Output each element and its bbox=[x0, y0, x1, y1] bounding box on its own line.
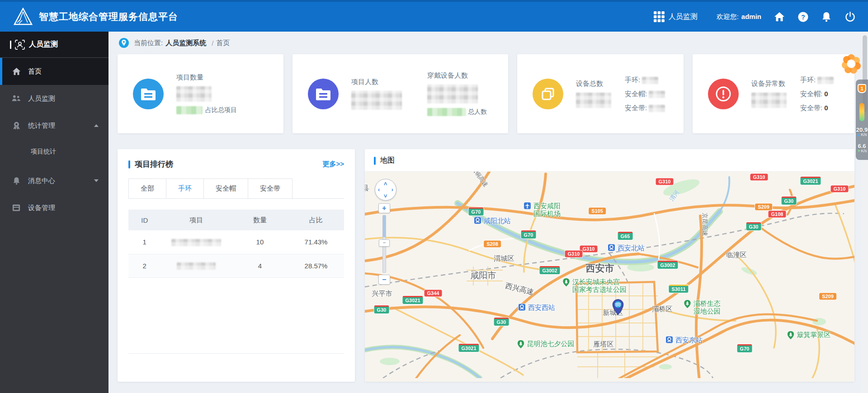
cell-project bbox=[161, 230, 232, 254]
map-road-badge: G310 bbox=[750, 174, 768, 181]
sidebar-item-device-management[interactable]: 设备管理 bbox=[0, 194, 108, 221]
censored-percent-badge bbox=[427, 108, 466, 116]
map-poi-park[interactable]: 灞桥生态湿地公园 bbox=[684, 299, 721, 315]
map-road-badge: G108 bbox=[769, 211, 786, 218]
map-road-badge: G3021 bbox=[800, 177, 821, 185]
map-poi-station[interactable]: 西安东站 bbox=[665, 336, 703, 346]
sidebar-title: 人员监测 bbox=[29, 40, 58, 49]
speed-panel[interactable]: 1 20.9 ▲K/s 6.6 ▼K/s bbox=[856, 80, 868, 160]
map-location-pin[interactable] bbox=[612, 299, 624, 317]
map-city-label: 临潼区 bbox=[726, 251, 747, 259]
censored-project-name bbox=[171, 239, 221, 246]
sidebar-item-message-center[interactable]: 消息中心 bbox=[0, 167, 108, 194]
pan-right-icon[interactable]: › bbox=[392, 186, 393, 193]
zoom-in-button[interactable]: + bbox=[378, 203, 390, 213]
person-monitor-icon bbox=[15, 40, 25, 50]
bell-icon bbox=[821, 12, 831, 22]
help-button[interactable]: ? bbox=[797, 11, 808, 22]
device-row-label: 安全帽: bbox=[800, 90, 822, 98]
folder-icon bbox=[133, 79, 164, 109]
map-pan-control[interactable]: ˄ ˅ ‹ › bbox=[375, 179, 396, 201]
map-poi-park[interactable]: 汉长安城未央宫国家考古遗址公园 bbox=[562, 278, 627, 293]
device-row-label: 安全帽: bbox=[625, 90, 647, 98]
table-row[interactable]: 1 10 71.43% bbox=[128, 230, 344, 254]
map-poi-station[interactable]: 西安西站 bbox=[518, 304, 555, 313]
zoom-out-button[interactable]: − bbox=[378, 275, 390, 285]
pan-left-icon[interactable]: ‹ bbox=[378, 186, 380, 193]
home-icon bbox=[12, 67, 21, 76]
map-poi-airport[interactable]: 西安咸阳国际机场 bbox=[524, 202, 561, 217]
map-road-badge: S209 bbox=[755, 204, 772, 211]
stat-label: 项目人数 bbox=[351, 78, 402, 86]
station-icon bbox=[474, 217, 481, 226]
app-switcher-label: 人员监测 bbox=[669, 12, 698, 22]
map-poi-park[interactable]: 昆明池七夕公园 bbox=[517, 340, 575, 351]
logout-button[interactable] bbox=[844, 11, 855, 22]
tab-all[interactable]: 全部 bbox=[128, 178, 166, 198]
stat-badge-suffix: 占比总项目 bbox=[205, 106, 237, 114]
map-city-label: 灞桥区 bbox=[652, 305, 673, 313]
map-road-badge: G70 bbox=[737, 344, 752, 352]
upload-speed: 20.9 ▲K/s bbox=[856, 127, 868, 137]
station-icon bbox=[518, 304, 526, 313]
map-road-badge: G30 bbox=[782, 196, 797, 205]
sidebar-item-label: 统计管理 bbox=[28, 122, 55, 130]
main-content: 当前位置: 人员监测系统 / 首页 项目数量 占比总项目 项目 bbox=[108, 32, 862, 393]
map-city-label: 渭城区 bbox=[494, 254, 514, 263]
map-poi-station[interactable]: 咸阳北站 bbox=[474, 217, 511, 226]
censored-value bbox=[817, 77, 834, 84]
more-link[interactable]: 更多>> bbox=[322, 160, 344, 168]
map-road-badge: G65 bbox=[618, 232, 633, 240]
breadcrumb-system[interactable]: 人员监测系统 bbox=[165, 39, 206, 47]
notification-button[interactable] bbox=[821, 11, 832, 22]
ranking-table: ID 项目 数量 占比 1 10 71.43% 2 bbox=[128, 210, 344, 278]
map-road-badge: G3002 bbox=[657, 261, 678, 269]
map-canvas[interactable]: 咸阳市西安市渭城区兴平市临潼区灞桥区新城区雁塔区县咸铜高速西兴高速京昆高速渭河G… bbox=[365, 172, 854, 382]
sidebar-item-label: 人员监测 bbox=[28, 94, 55, 103]
map-poi-park[interactable]: 簸箕掌景区 bbox=[787, 331, 831, 342]
sidebar-header: 人员监测 bbox=[0, 32, 108, 58]
stat-label: 项目数量 bbox=[176, 73, 237, 82]
power-icon bbox=[845, 12, 855, 22]
tab-safety-belt[interactable]: 安全带 bbox=[248, 178, 292, 198]
table-row[interactable]: 2 4 28.57% bbox=[128, 254, 344, 277]
censored-value bbox=[351, 91, 402, 110]
sidebar-item-home[interactable]: 首页 bbox=[0, 58, 108, 85]
stat-card-personnel: 项目人数 穿戴设备人数 总人数 bbox=[292, 54, 508, 133]
stat-card-project-count: 项目数量 占比总项目 bbox=[118, 54, 283, 133]
stat-badge-suffix: 总人数 bbox=[468, 108, 487, 116]
sidebar-item-statistics[interactable]: 统计管理 bbox=[0, 112, 108, 139]
censored-value bbox=[649, 105, 665, 112]
cell-id: 2 bbox=[128, 254, 161, 277]
pan-up-icon[interactable]: ˄ bbox=[384, 180, 387, 187]
svg-text:?: ? bbox=[801, 13, 805, 20]
sidebar-item-personnel[interactable]: 人员监测 bbox=[0, 85, 108, 112]
tab-helmet[interactable]: 安全帽 bbox=[203, 178, 248, 198]
park-icon bbox=[787, 331, 795, 342]
zoom-slider-thumb[interactable]: − bbox=[379, 239, 390, 247]
breadcrumb-prefix: 当前位置: bbox=[134, 39, 163, 47]
home-button[interactable] bbox=[774, 11, 785, 22]
bell-icon bbox=[12, 176, 21, 185]
pan-down-icon[interactable]: ˅ bbox=[384, 192, 387, 199]
park-icon bbox=[562, 278, 570, 289]
speed-ball-widget[interactable] bbox=[841, 53, 862, 74]
device-row-label: 安全带: bbox=[800, 104, 822, 112]
shield-icon[interactable]: 1 bbox=[858, 84, 866, 93]
tab-wristband[interactable]: 手环 bbox=[166, 178, 204, 198]
app-switcher[interactable]: 人员监测 bbox=[653, 11, 698, 23]
map-road-name-label: 京昆高速 bbox=[701, 213, 709, 236]
sidebar-item-project-stats[interactable]: 项目统计 bbox=[0, 139, 108, 164]
copy-icon bbox=[533, 79, 563, 109]
map-poi-station[interactable]: 西安北站 bbox=[608, 244, 645, 253]
park-icon bbox=[684, 299, 691, 310]
censored-value bbox=[751, 93, 787, 108]
device-row-value: 0 bbox=[824, 90, 828, 98]
sidebar-item-label: 消息中心 bbox=[28, 177, 55, 185]
location-pin-icon bbox=[118, 37, 129, 48]
park-icon bbox=[517, 340, 525, 351]
censored-value bbox=[176, 86, 212, 102]
map-city-label: 雁塔区 bbox=[594, 340, 614, 349]
stat-card-device-abnormal: 设备异常数 手环: 安全帽: 0 安全带: 0 bbox=[693, 54, 854, 133]
map-road-badge: G310 bbox=[656, 178, 674, 185]
